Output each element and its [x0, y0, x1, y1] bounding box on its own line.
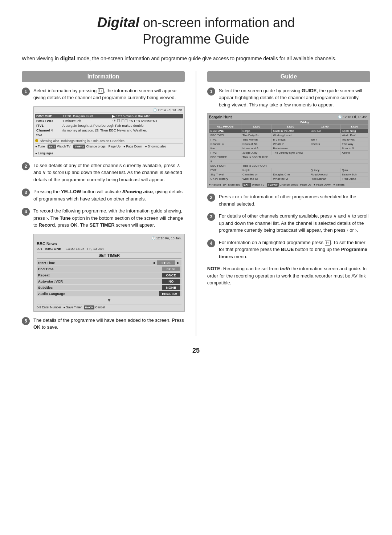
timer-end-time-label: End Time — [38, 267, 54, 271]
two-column-layout: Information 1 Select information by pres… — [22, 71, 370, 336]
guide-bottom-pageup: Page Up — [300, 183, 311, 186]
guide-prog-bbc-three: This is BBC THREE — [241, 155, 368, 159]
info-screen-table: BBC ONE 11:30 Bargain Hunt ▶ 12:15 Cash … — [35, 114, 183, 137]
channel-next-bbc-one: ▶ 12:15 Cash in the Attic — [111, 114, 183, 118]
channel-prog-bbc-one: 11:30 Bargain Hunt — [61, 114, 111, 118]
showing-also-text: Showing also Bobinogs starting in 5 minu… — [35, 138, 183, 143]
info-row-bbc-two: BBC TWO 1 minute left 1/1☐ ☐☐ ENTERTAINM… — [35, 118, 183, 123]
guide-prog-itv1-1: This Mornin — [241, 138, 272, 142]
bottom-tune: ● Tune — [35, 145, 45, 149]
guide-time-row: ALL PROGS 12:00 12:30 13:00 13:30 — [209, 125, 368, 129]
screen-time: 12:14 Fri, 13 Jan. — [158, 108, 183, 112]
guide-prog-ch4-1: News at No — [241, 142, 272, 146]
info-step-3: 3 Pressing the YELLOW button will activa… — [22, 188, 185, 202]
screen-clock-icon: 🕐 — [153, 108, 157, 112]
timer-bbc-news: BBC News — [37, 242, 181, 246]
guide-row-bbc-four: BBC FOUR This is BBC FOUR — [209, 164, 368, 168]
bottom-showing: ● Showing also — [145, 145, 166, 149]
guide-prog-ch4-2: Whats in — [272, 142, 309, 146]
guide-prog-five-3 — [309, 146, 340, 151]
guide-channel-bbc-four: BBC FOUR — [209, 164, 241, 168]
guide-prog-sky-1: Canaries on — [241, 173, 272, 177]
timer-row-end-time: End Time 02:55 — [37, 266, 181, 272]
timer-autostart-label: Auto-start VCR — [38, 279, 63, 283]
guide-time-1230: 12:30 — [272, 125, 309, 129]
guide-step-4-text: For information on a highlighted program… — [219, 239, 370, 260]
title-normal-part: on-screen information and — [139, 15, 295, 30]
info-row-ch4: Channel 4 its money at auction. [S] Then… — [35, 128, 183, 133]
guide-row-uktv: UKTV History What the St What the Vi Fre… — [209, 177, 368, 181]
guide-step-3-text: For details of other channels currently … — [219, 212, 370, 234]
timer-start-time-value: 01:25 — [157, 260, 175, 265]
guide-channel-bbc-three: BBC THREE — [209, 155, 241, 159]
guide-prog-itv2b-3: Quincy — [309, 168, 340, 173]
timer-audio-value: ENGLISH — [159, 291, 180, 296]
title-bold-word: Digital — [97, 15, 139, 30]
timer-screen-mockup: 🕐 12:18 Fri, 13 Jan. BBC News 001 BBC ON… — [33, 234, 185, 312]
guide-step-4: 4 For information on a highlighted progr… — [207, 239, 370, 260]
guide-channel-bbc-one: BBC ONE — [209, 129, 241, 133]
guide-channel-itv2b: ITV2 — [209, 168, 241, 173]
guide-step-number-3: 3 — [207, 213, 215, 221]
guide-prog-itv2-2: The Jeremy Kyle Show — [272, 151, 340, 155]
guide-screen-bottom-bar: ● Record (i+) More info EXIT Watch TV TV… — [209, 182, 368, 186]
guide-prog-itv2b-2 — [272, 168, 309, 173]
guide-time-1200: 12:00 — [241, 125, 272, 129]
note-paragraph: NOTE: Recording can be set from both the… — [207, 265, 370, 287]
timer-end-time-value: 02:55 — [162, 267, 180, 271]
channel-name-bbc-one: BBC ONE — [35, 114, 61, 118]
info-row-five: five — [35, 133, 183, 137]
guide-prog-uktv-1: What the St — [241, 177, 272, 181]
info-screen-mockup: 🕐 12:14 Fri, 13 Jan. BBC ONE 11:30 Barga… — [33, 106, 185, 157]
info-step-4: 4 To record the following programme, wit… — [22, 207, 185, 229]
guide-bottom-timers: ● Timers — [333, 183, 344, 186]
intro-paragraph: When viewing in digital mode, the on-scr… — [22, 55, 370, 62]
guide-grid-table: Friday ALL PROGS 12:00 12:30 13:00 13:30… — [209, 120, 368, 181]
timer-screen-bottom-bar: 0-9 Enter Number ● Save Timer BACK Cance… — [37, 304, 181, 309]
guide-prog-itv2b-1: Kojak — [241, 168, 272, 173]
timer-row-autostart: Auto-start VCR NO — [37, 279, 181, 284]
guide-prog-uktv-3: Fred Dibnah' — [309, 177, 340, 181]
guide-bottom-pagedown: ● Page Down — [314, 183, 331, 186]
guide-channel-8: 8 — [209, 159, 241, 164]
timer-bottom-save: ● Save Timer — [64, 305, 82, 309]
guide-prog-bbc-two-2: Working Lunch — [272, 133, 309, 138]
guide-row-8: 8 — [209, 159, 368, 164]
guide-channel-sky-travel: Sky Travel — [209, 173, 241, 177]
info-row-itv1: ITV1 A bargain bought at Peterborough Fa… — [35, 123, 183, 128]
timer-row-repeat: Repeat ONCE — [37, 272, 181, 278]
timer-subtitles-label: Subtitles — [38, 285, 53, 289]
timer-repeat-value: ONCE — [162, 273, 180, 277]
guide-channel-five: five — [209, 146, 241, 151]
timer-channel-info: 001 BBC ONE 13:00-13:28 Fri, 13 Jan. — [37, 247, 181, 251]
guide-row-bbc-one: BBC ONE Barga Cash in the Attic BBC Ne S… — [209, 129, 368, 133]
step-number-4: 4 — [22, 208, 30, 216]
guide-prog-sky-4: Beauty Sch — [340, 173, 368, 177]
info-step-2-text: To see details of any of the other chann… — [33, 162, 185, 183]
guide-row-itv2: ITV2 Judge Judy The Jeremy Kyle Show Air… — [209, 151, 368, 155]
channel-prog-bbc-two: 1 minute left — [61, 118, 111, 123]
guide-prog-8 — [241, 159, 368, 164]
guide-prog-ch4-4: The Way — [340, 142, 368, 146]
guide-step-1-text: Select the on-screen guide by pressing G… — [219, 87, 370, 109]
title-line2: Programme Guide — [22, 31, 370, 47]
info-step-3-text: Pressing the YELLOW button will activate… — [33, 188, 185, 202]
guide-bottom-moreinfo: (i+) More info — [223, 183, 240, 186]
guide-prog-five-2: Brainteaser — [272, 146, 309, 151]
info-step-1-text: Select information by pressing i+, the i… — [33, 87, 185, 101]
timer-row-subtitles: Subtitles NONE — [37, 285, 181, 290]
guide-row-bbc-three: BBC THREE This is BBC THREE — [209, 155, 368, 159]
guide-allprogs: ALL PROGS — [209, 125, 241, 129]
channel-prog-five — [61, 133, 111, 137]
information-column: Information 1 Select information by pres… — [22, 71, 185, 336]
guide-time-1300: 13:00 — [309, 125, 340, 129]
guide-prog-bbc-one-2: Cash in the Attic — [272, 129, 309, 133]
guide-step-3: 3 For details of other channels currentl… — [207, 212, 370, 234]
channel-name-bbc-two: BBC TWO — [35, 118, 61, 123]
channel-name-five: five — [35, 133, 61, 137]
guide-row-itv2b: ITV2 Kojak Quincy Quin — [209, 168, 368, 173]
guide-step-number-2: 2 — [207, 194, 215, 202]
guide-channel-uktv: UKTV History — [209, 177, 241, 181]
info-row-bbc-one: BBC ONE 11:30 Bargain Hunt ▶ 12:15 Cash … — [35, 114, 183, 118]
screen-time-bar: 🕐 12:14 Fri, 13 Jan. — [35, 108, 183, 113]
